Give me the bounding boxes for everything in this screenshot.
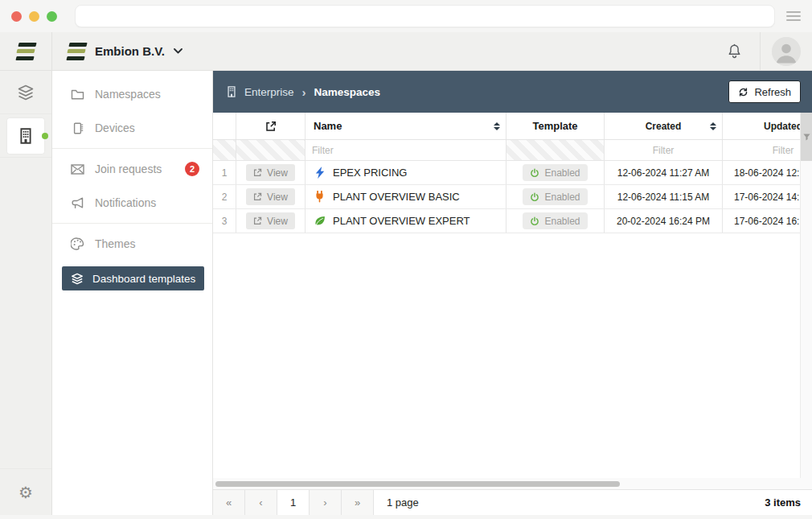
pagination-bar: « ‹ 1 › » 1 page 3 items — [213, 489, 812, 515]
layers-icon — [17, 84, 35, 101]
chevron-right-icon: › — [301, 85, 307, 99]
vertical-scrollbar[interactable] — [800, 113, 812, 478]
organization-name: Embion B.V. — [95, 44, 165, 58]
sort-icon[interactable] — [494, 122, 500, 130]
namespaces-table: Name Template Created Updated — [213, 113, 812, 478]
enabled-badge: Enabled — [523, 212, 587, 229]
rail-item-enterprise[interactable] — [0, 114, 51, 158]
table-row: 2 View PLANT OVERVIEW BASIC Enabled 12-0… — [213, 185, 812, 209]
sidebar-item-themes[interactable]: Themes — [52, 227, 212, 261]
settings-button[interactable]: ⚙ — [0, 468, 51, 515]
view-cell: View — [236, 161, 306, 184]
external-link-icon — [253, 192, 262, 201]
horizontal-scrollbar[interactable] — [213, 478, 812, 489]
created-cell: 12-06-2024 11:27 AM — [605, 161, 723, 184]
created-column-header[interactable]: Created — [605, 113, 723, 139]
palette-icon — [70, 237, 84, 250]
envelope-icon — [70, 164, 84, 175]
window-bottom-edge — [0, 515, 812, 519]
sidebar-item-dashboard-templates[interactable]: Dashboard templates — [62, 266, 204, 290]
embion-logo-icon — [16, 43, 35, 60]
url-bar[interactable] — [75, 5, 775, 27]
name-cell: PLANT OVERVIEW EXPERT — [306, 209, 506, 233]
sidebar-divider — [52, 148, 212, 149]
name-column-header[interactable]: Name — [306, 113, 506, 139]
view-button[interactable]: View — [246, 164, 295, 181]
sort-icon[interactable] — [710, 122, 716, 130]
template-cell: Enabled — [506, 161, 605, 184]
window-chrome — [0, 0, 812, 32]
template-cell: Enabled — [506, 209, 605, 233]
gear-icon: ⚙ — [18, 483, 33, 502]
column-filter-toggle[interactable] — [801, 113, 812, 161]
scrollbar-thumb[interactable] — [215, 481, 620, 487]
close-button[interactable] — [11, 11, 22, 22]
building-icon — [226, 85, 237, 98]
table-row: 1 View EPEX PRICING Enabled 12-06-2024 1… — [213, 161, 812, 185]
current-page-button[interactable]: 1 — [277, 490, 310, 515]
enabled-badge: Enabled — [523, 188, 587, 205]
bell-icon — [727, 43, 742, 60]
updated-filter-input[interactable] — [723, 140, 812, 160]
updated-cell: 18-06-2024 12: — [723, 161, 812, 184]
layers-icon — [70, 273, 84, 285]
power-icon — [530, 192, 539, 202]
page-count-label: 1 page — [374, 490, 419, 515]
avatar — [772, 37, 801, 66]
breadcrumb-enterprise[interactable]: Enterprise — [244, 86, 294, 98]
zoom-button[interactable] — [47, 11, 57, 22]
organization-switcher[interactable]: Embion B.V. — [52, 32, 182, 70]
namespace-name: PLANT OVERVIEW EXPERT — [333, 215, 470, 227]
rail-item-dashboard-templates[interactable] — [0, 71, 51, 114]
status-label: Enabled — [544, 192, 580, 203]
row-number: 2 — [213, 185, 236, 208]
updated-column-header[interactable]: Updated — [723, 113, 812, 139]
status-label: Enabled — [544, 167, 580, 179]
view-button[interactable]: View — [246, 188, 295, 205]
refresh-button[interactable]: Refresh — [728, 80, 801, 103]
notifications-bell-button[interactable] — [708, 32, 760, 70]
name-cell: EPEX PRICING — [306, 161, 506, 184]
name-filter-input[interactable] — [306, 140, 506, 160]
view-cell: View — [236, 209, 306, 233]
external-link-icon — [265, 121, 277, 132]
sidebar-item-namespaces[interactable]: Namespaces — [52, 77, 212, 111]
row-number-header — [213, 113, 236, 139]
view-column-header — [236, 113, 306, 139]
table-body: 1 View EPEX PRICING Enabled 12-06-2024 1… — [213, 161, 812, 233]
external-link-icon — [253, 168, 262, 177]
created-filter-input[interactable] — [605, 140, 722, 160]
updated-cell: 17-06-2024 16: — [723, 209, 812, 233]
chevron-down-icon — [174, 48, 182, 54]
minimize-button[interactable] — [29, 11, 39, 22]
sidebar-item-devices[interactable]: Devices — [52, 111, 212, 145]
external-link-icon — [253, 216, 262, 225]
template-cell: Enabled — [506, 185, 605, 208]
name-filter-cell — [306, 140, 506, 160]
updated-filter-cell — [723, 140, 812, 160]
sidebar-item-join-requests[interactable]: Join requests 2 — [52, 152, 212, 186]
browser-menu-icon[interactable] — [786, 11, 801, 21]
created-filter-cell — [605, 140, 723, 160]
table-row: 3 View PLANT OVERVIEW EXPERT Enabled 20-… — [213, 209, 812, 233]
folder-icon — [70, 89, 84, 101]
last-page-button[interactable]: » — [342, 490, 374, 515]
first-page-button[interactable]: « — [213, 490, 245, 515]
power-icon — [530, 168, 539, 178]
breadcrumb: Enterprise › Namespaces Refresh — [213, 71, 812, 113]
view-button[interactable]: View — [246, 212, 295, 229]
sidebar-item-notifications[interactable]: Notifications — [52, 186, 212, 220]
chip-icon — [70, 122, 84, 135]
user-menu[interactable] — [760, 32, 812, 70]
traffic-lights — [11, 11, 57, 22]
join-requests-badge: 2 — [185, 162, 199, 176]
megaphone-icon — [70, 197, 84, 209]
plug-icon — [314, 191, 326, 203]
prev-page-button[interactable]: ‹ — [245, 490, 277, 515]
namespace-name: PLANT OVERVIEW BASIC — [333, 191, 460, 203]
next-page-button[interactable]: › — [310, 490, 342, 515]
icon-rail: ⚙ — [0, 71, 52, 515]
embion-logo-icon — [67, 43, 86, 60]
funnel-icon — [803, 134, 810, 141]
app-window: Embion B.V. — [0, 0, 812, 519]
